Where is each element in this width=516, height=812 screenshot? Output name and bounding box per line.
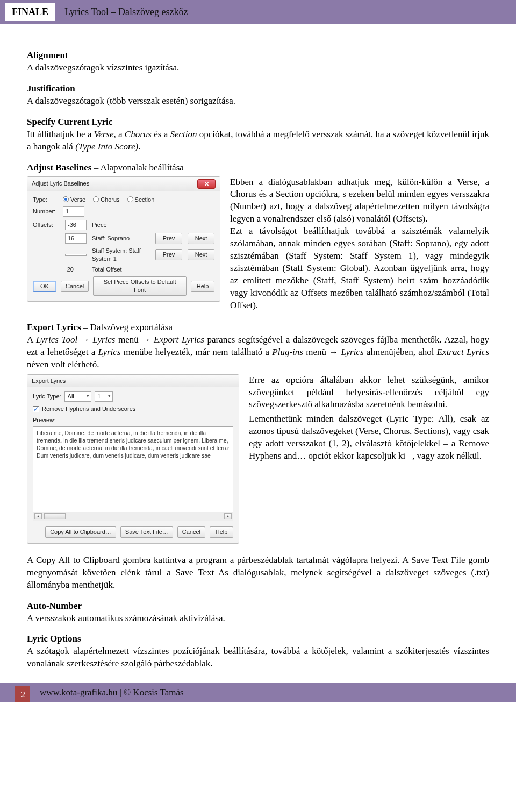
t: néven volt elérhető. [27, 359, 99, 369]
staff-next-button[interactable]: Next [188, 233, 214, 244]
export-block: Export Lyrics Lyric Type: All 1 Remove H… [27, 374, 489, 544]
header-band: FINALE Lyrics Tool – Dalszöveg eszköz [0, 0, 516, 24]
close-icon[interactable]: ✕ [197, 179, 216, 189]
offset-staff-text: Staff: Soprano [92, 234, 150, 243]
copy-save-paragraph: A Copy All to Clipboard gombra kattintva… [27, 554, 489, 592]
horizontal-scrollbar[interactable]: ◂ ▸ [33, 512, 233, 521]
export-desc-2: Lementhetünk minden dalszöveget (Lyric T… [249, 413, 489, 462]
page-number-wrap: 2 [0, 683, 32, 702]
offset-piece-input[interactable]: -36 [65, 220, 87, 230]
adjust-description: Ebben a dialógusablakban adhatjuk meg, k… [230, 176, 489, 312]
specify-heading: Specify Current Lyric [27, 116, 489, 129]
number-row: Number: 1 [33, 206, 214, 217]
footer-text: www.kota-grafika.hu | © Kocsis Tamás [40, 687, 184, 699]
copy-all-button[interactable]: Copy All to Clipboard… [45, 526, 116, 538]
t: Export Lyrics [154, 334, 204, 345]
t: Lyrics [92, 334, 115, 345]
dialog-titlebar[interactable]: Adjust Lyric Baselines ✕ [27, 177, 220, 191]
remove-hyphens-checkbox[interactable]: Remove Hyphens and Underscores [33, 405, 135, 413]
t: és a [152, 129, 170, 139]
auto-number-text: A versszakok automatikus számozásának ak… [27, 612, 489, 625]
t-verse: Verse [94, 129, 114, 139]
lyric-type-dropdown[interactable]: All [64, 391, 91, 402]
offset-staff-input[interactable]: 16 [65, 233, 87, 244]
lyric-type-row: Lyric Type: All 1 [33, 391, 233, 402]
preview-label: Preview: [33, 416, 233, 424]
staffsystem-next-button[interactable]: Next [188, 249, 214, 260]
footer-band: 2 www.kota-grafika.hu | © Kocsis Tamás [0, 683, 516, 702]
adjust-sub: – Alapvonalak beállítása [91, 162, 183, 173]
adjust-desc-2: Ezt a távolságot beállíthatjuk továbbá a… [230, 226, 489, 310]
scroll-thumb[interactable] [44, 513, 66, 519]
set-default-button[interactable]: Set Piece Offsets to Default Font [93, 276, 187, 296]
export-heading: Export Lyrics – Dalszöveg exportálása [27, 322, 489, 334]
t-section: Section [170, 129, 197, 139]
offsets-row-staff: 16 Staff: Soprano Prev Next [33, 233, 214, 244]
offset-piece-text: Piece [92, 221, 150, 229]
t: Lyrics [98, 347, 120, 357]
radio-chorus[interactable]: Chorus [93, 196, 119, 204]
lyric-number-dropdown[interactable]: 1 [95, 391, 113, 402]
offset-total-value: -20 [65, 266, 87, 274]
dialog-title: Adjust Lyric Baselines [32, 180, 89, 188]
t: menü [115, 334, 141, 345]
auto-number-heading: Auto-Number [27, 600, 489, 612]
offsets-row-total: -20 Total Offset [33, 266, 214, 274]
dialog-body: Type: Verse Chorus Section Number: 1 Off… [27, 191, 220, 302]
staff-prev-button[interactable]: Prev [155, 233, 182, 244]
export-lyrics-dialog: Export Lyrics Lyric Type: All 1 Remove H… [27, 374, 239, 544]
brand-label: FINALE [5, 3, 55, 21]
content-area: Alignment A dalszövegszótagok vízszintes… [0, 24, 516, 670]
offsets-label: Offsets: [33, 221, 60, 229]
t: Plug-ins [272, 347, 303, 357]
ok-button[interactable]: OK [33, 281, 56, 292]
radio-verse-label: Verse [70, 196, 85, 204]
t: almenüjében, ahol [364, 347, 437, 357]
page-header-title: Lyrics Tool – Dalszöveg eszköz [64, 5, 188, 18]
scroll-right-icon[interactable]: ▸ [224, 513, 232, 519]
dialog-body: Lyric Type: All 1 Remove Hyphens and Und… [27, 387, 239, 543]
dialog-titlebar[interactable]: Export Lyrics [27, 375, 239, 388]
staffsystem-prev-button[interactable]: Prev [155, 249, 182, 260]
cancel-button[interactable]: Cancel [61, 281, 89, 292]
t-chorus: Chorus [125, 129, 152, 139]
t: Lyrics Tool [36, 334, 77, 345]
type-label: Type: [33, 196, 60, 204]
scroll-left-icon[interactable]: ◂ [34, 513, 42, 519]
export-line1: A Lyrics Tool → Lyrics menü → Export Lyr… [27, 334, 489, 371]
number-label: Number: [33, 208, 60, 216]
specify-text: Itt állíthatjuk be a Verse, a Chorus és … [27, 129, 489, 153]
alignment-text: A dalszövegszótagok vízszintes igazítása… [27, 62, 489, 74]
dialog-buttons: OK Cancel Set Piece Offsets to Default F… [33, 276, 214, 296]
adjust-bold: Adjust Baselines [27, 162, 91, 173]
lyric-type-label: Lyric Type: [33, 393, 61, 401]
help-button[interactable]: Help [191, 281, 214, 292]
adjust-baselines-dialog: Adjust Lyric Baselines ✕ Type: Verse Cho… [27, 176, 220, 302]
offset-total-text: Total Offset [92, 266, 150, 274]
help-button[interactable]: Help [210, 526, 233, 538]
radio-dot-icon [127, 196, 133, 202]
preview-textbox[interactable]: Libera me, Domine, de morte aeterna, in … [33, 426, 233, 512]
page-number: 2 [7, 689, 25, 703]
justification-text: A dalszövegszótagok (több versszak eseté… [27, 95, 489, 108]
t: A [27, 334, 36, 345]
number-input[interactable]: 1 [63, 206, 84, 217]
justification-heading: Justification [27, 83, 489, 95]
adjust-baselines-block: Adjust Lyric Baselines ✕ Type: Verse Cho… [27, 176, 489, 312]
radio-dot-icon [63, 196, 69, 202]
offsets-grid: Offsets: -36 Piece 16 Staff: Soprano Pre… [33, 220, 214, 273]
save-text-button[interactable]: Save Text File… [120, 526, 173, 538]
t: Itt állíthatjuk be a [27, 129, 94, 139]
radio-verse[interactable]: Verse [63, 196, 85, 204]
offsets-row-piece: Offsets: -36 Piece [33, 220, 214, 230]
radio-section-label: Section [135, 196, 155, 204]
adjust-heading: Adjust Baselines – Alapvonalak beállítás… [27, 162, 489, 174]
cancel-button[interactable]: Cancel [177, 526, 205, 538]
radio-chorus-label: Chorus [101, 196, 119, 204]
t: menübe helyezték, már nem található a [120, 347, 272, 357]
export-bold: Export Lyrics [27, 322, 81, 332]
offset-staffsystem-input[interactable] [65, 254, 87, 256]
radio-section[interactable]: Section [127, 196, 155, 204]
dialog-buttons: Copy All to Clipboard… Save Text File… C… [33, 526, 233, 538]
export-sub: – Dalszöveg exportálása [81, 322, 173, 332]
